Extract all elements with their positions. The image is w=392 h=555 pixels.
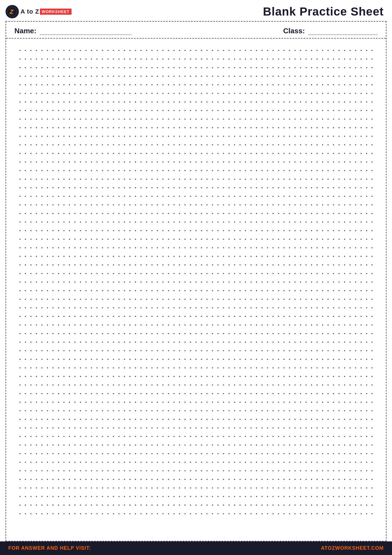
class-dots	[308, 29, 378, 35]
logo-worksheet-text: WORKSHEET	[40, 9, 72, 15]
name-class-row: Name: Class:	[6, 22, 386, 39]
name-dots	[40, 29, 131, 35]
svg-text:Z: Z	[9, 8, 14, 15]
class-label: Class:	[283, 27, 305, 35]
page-header: Z A to Z WORKSHEET Blank Practice Sheet	[0, 0, 392, 21]
worksheet-area: Name: Class:	[6, 21, 386, 541]
name-label: Name:	[14, 27, 36, 35]
logo: Z A to Z WORKSHEET	[6, 5, 72, 18]
class-field: Class:	[283, 27, 378, 35]
name-field: Name:	[14, 27, 131, 35]
page-footer: FOR ANSWER AND HELP VISIT: ATOZWORKSHEET…	[0, 541, 392, 555]
page-title: Blank Practice Sheet	[263, 5, 384, 18]
logo-circle: Z	[6, 5, 19, 18]
footer-right-text: ATOZWORKSHEET.COM	[321, 545, 384, 551]
dot-grid-area	[6, 39, 386, 541]
dot-grid-canvas	[14, 42, 378, 522]
footer-left-text: FOR ANSWER AND HELP VISIT:	[8, 545, 91, 551]
logo-text: A to Z WORKSHEET	[21, 8, 72, 15]
logo-atoz-text: A to Z	[21, 8, 39, 15]
